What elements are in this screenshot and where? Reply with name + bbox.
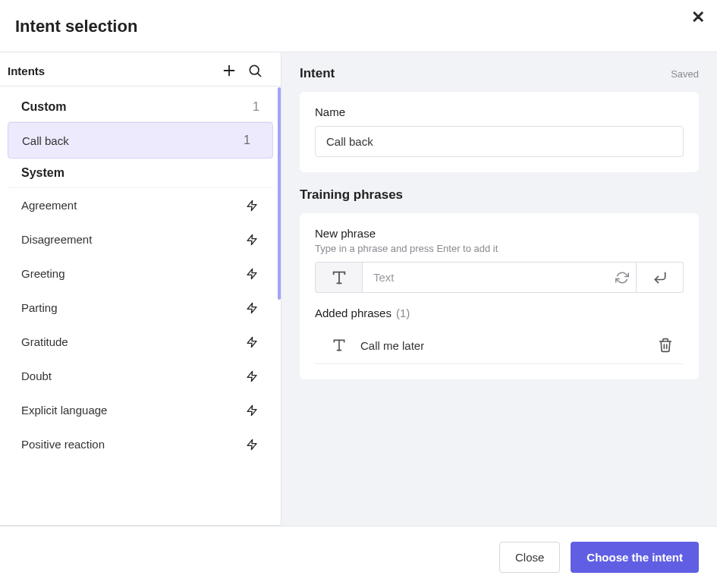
svg-marker-10 bbox=[247, 405, 256, 415]
add-intent-button[interactable] bbox=[219, 60, 240, 81]
group-label: System bbox=[21, 166, 259, 180]
sidebar-item-label: Parting bbox=[21, 301, 237, 314]
sidebar-item-count: 1 bbox=[244, 134, 259, 147]
svg-marker-9 bbox=[247, 371, 256, 381]
choose-intent-button[interactable]: Choose the intent bbox=[571, 542, 699, 573]
bolt-icon bbox=[244, 268, 259, 280]
close-button[interactable]: Close bbox=[499, 542, 560, 573]
save-status: Saved bbox=[671, 68, 699, 80]
svg-marker-7 bbox=[247, 303, 256, 313]
delete-phrase-button[interactable] bbox=[650, 338, 681, 353]
svg-line-3 bbox=[258, 74, 261, 77]
svg-marker-11 bbox=[247, 439, 256, 449]
new-phrase-label: New phrase bbox=[315, 227, 684, 240]
group-label: Custom bbox=[21, 100, 245, 114]
phrase-input[interactable] bbox=[363, 263, 609, 292]
sidebar-item-call-back[interactable]: Call back 1 bbox=[8, 122, 273, 159]
phrase-type-toggle[interactable] bbox=[315, 262, 362, 293]
modal-title: Intent selection bbox=[15, 17, 702, 36]
text-type-icon bbox=[318, 338, 360, 353]
bolt-icon bbox=[244, 200, 259, 212]
bolt-icon bbox=[244, 336, 259, 348]
sidebar-item-explicit-language[interactable]: Explicit language bbox=[8, 393, 273, 427]
bolt-icon bbox=[244, 302, 259, 314]
sidebar-item-doubt[interactable]: Doubt bbox=[8, 359, 273, 393]
sidebar-item-parting[interactable]: Parting bbox=[8, 291, 273, 325]
svg-marker-6 bbox=[247, 269, 256, 278]
added-phrases-count: (1) bbox=[396, 307, 410, 319]
new-phrase-hint: Type in a phrase and press Enter to add … bbox=[315, 243, 684, 254]
modal-header: Intent selection bbox=[0, 0, 717, 52]
added-phrase-row: Call me later bbox=[315, 329, 684, 364]
bolt-icon bbox=[244, 234, 259, 246]
added-phrase-text: Call me later bbox=[360, 339, 650, 352]
sidebar-item-label: Greeting bbox=[21, 267, 237, 280]
sidebar-item-agreement[interactable]: Agreement bbox=[8, 188, 273, 222]
search-intent-button[interactable] bbox=[244, 60, 266, 81]
bolt-icon bbox=[244, 404, 259, 417]
sidebar-item-label: Disagreement bbox=[21, 233, 237, 246]
sidebar-title: Intents bbox=[8, 64, 214, 77]
sidebar-item-label: Call back bbox=[22, 134, 236, 147]
group-custom-header: Custom 1 bbox=[8, 93, 273, 122]
added-phrases-label: Added phrases bbox=[315, 307, 392, 319]
sidebar-item-label: Agreement bbox=[21, 199, 237, 212]
submit-phrase-button[interactable] bbox=[637, 262, 684, 293]
bolt-icon bbox=[244, 439, 259, 451]
intent-name-input[interactable] bbox=[315, 126, 684, 157]
svg-point-2 bbox=[250, 65, 259, 74]
training-phrases-heading: Training phrases bbox=[300, 187, 699, 203]
sidebar-item-disagreement[interactable]: Disagreement bbox=[8, 222, 273, 256]
sidebar-item-positive-reaction[interactable]: Positive reaction bbox=[8, 427, 273, 461]
name-card: Name bbox=[300, 92, 699, 172]
training-phrases-card: New phrase Type in a phrase and press En… bbox=[300, 213, 699, 379]
bolt-icon bbox=[244, 370, 259, 382]
sidebar-item-label: Positive reaction bbox=[21, 438, 237, 451]
sidebar-item-gratitude[interactable]: Gratitude bbox=[8, 325, 273, 359]
close-icon[interactable]: ✕ bbox=[687, 5, 709, 30]
group-system-header: System bbox=[8, 159, 273, 188]
sidebar-item-label: Gratitude bbox=[21, 335, 237, 348]
sidebar-item-label: Doubt bbox=[21, 369, 237, 382]
sidebar-item-label: Explicit language bbox=[21, 404, 237, 417]
panel-title: Intent bbox=[300, 66, 671, 81]
svg-marker-4 bbox=[247, 200, 256, 210]
group-count: 1 bbox=[253, 100, 259, 114]
scrollbar[interactable] bbox=[278, 87, 281, 300]
svg-marker-8 bbox=[247, 337, 256, 347]
refresh-icon[interactable] bbox=[609, 271, 636, 285]
sidebar-item-greeting[interactable]: Greeting bbox=[8, 256, 273, 291]
name-label: Name bbox=[315, 105, 684, 118]
svg-marker-5 bbox=[247, 234, 256, 244]
